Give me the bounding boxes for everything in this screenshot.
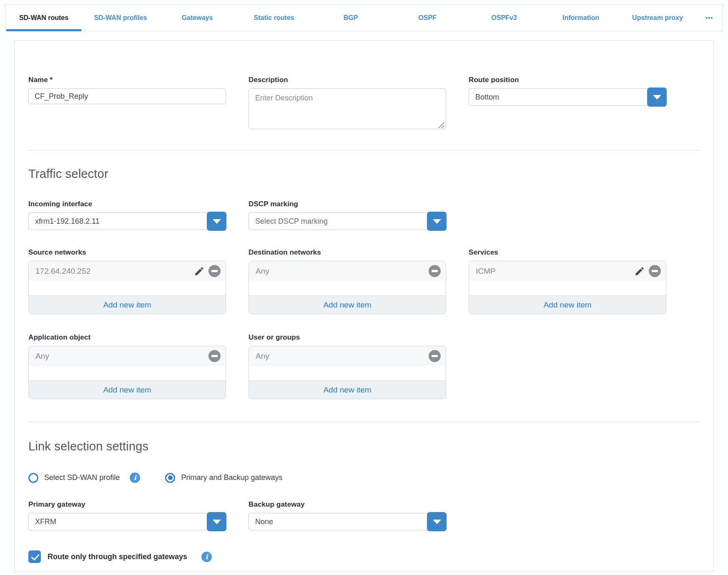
remove-icon[interactable] xyxy=(429,265,441,277)
networks-row: Source networks 172.64.240.252 Add new i… xyxy=(28,248,700,314)
backup-gateway-select[interactable]: None xyxy=(249,513,446,530)
incoming-interface-value: xfrm1-192.168.2.11 xyxy=(35,217,100,226)
chevron-down-icon[interactable] xyxy=(207,212,226,231)
backup-gateway-value: None xyxy=(255,518,273,526)
source-networks-field-group: Source networks 172.64.240.252 Add new i… xyxy=(28,248,226,314)
interface-row: Incoming interface xfrm1-192.168.2.11 DS… xyxy=(28,200,700,230)
description-field-group: Description xyxy=(249,76,446,131)
tab-ospfv3[interactable]: OSPFv3 xyxy=(466,5,542,31)
list-item-text: Any xyxy=(256,352,269,361)
tab-information[interactable]: Information xyxy=(542,5,619,31)
radio-unselected-icon[interactable] xyxy=(28,473,38,483)
list-empty-area xyxy=(249,366,446,380)
source-networks-label: Source networks xyxy=(28,248,226,257)
route-position-value: Bottom xyxy=(475,93,499,102)
edit-icon[interactable] xyxy=(194,266,205,277)
list-empty-area xyxy=(469,281,666,295)
user-or-groups-field-group: User or groups Any Add new item xyxy=(249,333,446,399)
route-position-label: Route position xyxy=(469,76,666,84)
link-selection-heading: Link selection settings xyxy=(28,440,700,453)
remove-icon[interactable] xyxy=(429,350,441,362)
add-new-item-button[interactable]: Add new item xyxy=(29,380,226,399)
route-position-field-group: Route position Bottom xyxy=(469,76,666,106)
route-only-checkbox-row: Route only through specified gateways i xyxy=(28,550,700,563)
radio-label: Select SD-WAN profile xyxy=(44,473,120,482)
radio-label: Primary and Backup gateways xyxy=(181,473,282,482)
list-item: ICMP xyxy=(469,261,666,281)
list-item: Any xyxy=(249,346,446,366)
link-mode-radio-group: Select SD-WAN profile i Primary and Back… xyxy=(28,472,700,483)
dscp-marking-label: DSCP marking xyxy=(249,200,446,208)
name-label: Name * xyxy=(28,76,226,84)
backup-gateway-field-group: Backup gateway None xyxy=(249,500,446,530)
primary-gateway-label: Primary gateway xyxy=(28,500,226,509)
radio-primary-backup-gateways[interactable]: Primary and Backup gateways xyxy=(165,473,282,483)
radio-selected-icon[interactable] xyxy=(165,473,175,483)
info-icon[interactable]: i xyxy=(130,472,140,483)
primary-gateway-field-group: Primary gateway XFRM xyxy=(28,500,226,530)
primary-gateway-value: XFRM xyxy=(35,518,56,526)
section-divider xyxy=(28,150,700,150)
edit-icon[interactable] xyxy=(634,266,645,277)
list-item-text: 172.64.240.252 xyxy=(35,267,90,276)
tab-sd-wan-profiles[interactable]: SD-WAN profiles xyxy=(82,5,159,31)
services-listbox: ICMP Add new item xyxy=(469,261,666,314)
chevron-down-icon[interactable] xyxy=(427,512,447,531)
checkbox-checked-icon[interactable] xyxy=(28,550,41,563)
info-icon[interactable]: i xyxy=(201,552,212,562)
tab-bgp[interactable]: BGP xyxy=(312,5,389,31)
route-only-checkbox-label: Route only through specified gateways xyxy=(48,552,187,561)
radio-select-sdwan-profile[interactable]: Select SD-WAN profile xyxy=(28,473,120,483)
remove-icon[interactable] xyxy=(208,350,221,362)
traffic-selector-heading: Traffic selector xyxy=(28,167,700,181)
list-empty-area xyxy=(29,366,226,380)
add-new-item-button[interactable]: Add new item xyxy=(469,295,666,314)
destination-networks-label: Destination networks xyxy=(249,248,446,257)
application-object-listbox: Any Add new item xyxy=(28,346,226,399)
services-label: Services xyxy=(469,248,666,257)
chevron-down-icon[interactable] xyxy=(427,212,447,231)
list-item-text: Any xyxy=(256,267,269,276)
route-position-select[interactable]: Bottom xyxy=(469,88,666,106)
list-empty-area xyxy=(29,281,226,295)
user-or-groups-label: User or groups xyxy=(249,333,446,342)
dscp-marking-placeholder: Select DSCP marking xyxy=(255,217,328,226)
add-new-item-button[interactable]: Add new item xyxy=(249,295,446,314)
list-empty-area xyxy=(249,281,446,295)
add-new-item-button[interactable]: Add new item xyxy=(29,295,226,314)
user-or-groups-listbox: Any Add new item xyxy=(249,346,446,399)
tab-static-routes[interactable]: Static routes xyxy=(236,5,312,31)
chevron-down-icon[interactable] xyxy=(647,88,667,107)
destination-networks-field-group: Destination networks Any Add new item xyxy=(249,248,446,314)
more-tabs-icon[interactable]: ••• xyxy=(696,5,723,31)
primary-gateway-select[interactable]: XFRM xyxy=(28,513,226,530)
tab-upstream-proxy[interactable]: Upstream proxy xyxy=(619,5,696,31)
incoming-interface-select[interactable]: xfrm1-192.168.2.11 xyxy=(28,212,226,230)
incoming-interface-field-group: Incoming interface xfrm1-192.168.2.11 xyxy=(28,200,226,230)
incoming-interface-label: Incoming interface xyxy=(28,200,226,208)
dscp-marking-field-group: DSCP marking Select DSCP marking xyxy=(249,200,446,230)
tab-sd-wan-routes[interactable]: SD-WAN routes xyxy=(5,5,82,31)
objects-row: Application object Any Add new item User… xyxy=(28,333,700,399)
dscp-marking-select[interactable]: Select DSCP marking xyxy=(249,212,446,230)
application-object-label: Application object xyxy=(28,333,226,342)
name-input[interactable] xyxy=(28,88,226,104)
add-new-item-button[interactable]: Add new item xyxy=(249,380,446,399)
application-object-field-group: Application object Any Add new item xyxy=(28,333,226,399)
tab-ospf[interactable]: OSPF xyxy=(389,5,466,31)
list-item-text: ICMP xyxy=(476,267,496,276)
gateways-row: Primary gateway XFRM Backup gateway None xyxy=(28,500,700,530)
list-item-text: Any xyxy=(35,352,49,361)
remove-icon[interactable] xyxy=(649,265,661,277)
description-label: Description xyxy=(249,76,446,84)
tab-gateways[interactable]: Gateways xyxy=(159,5,236,31)
remove-icon[interactable] xyxy=(208,265,221,277)
description-textarea[interactable] xyxy=(249,88,446,129)
destination-networks-listbox: Any Add new item xyxy=(249,261,446,314)
list-item: Any xyxy=(249,261,446,281)
general-fields-row: Name * Description Route position Bottom xyxy=(28,76,700,131)
chevron-down-icon[interactable] xyxy=(207,512,226,531)
name-field-group: Name * xyxy=(28,76,226,104)
sd-wan-route-form-panel: Name * Description Route position Bottom… xyxy=(14,40,714,572)
list-item: 172.64.240.252 xyxy=(29,261,226,281)
